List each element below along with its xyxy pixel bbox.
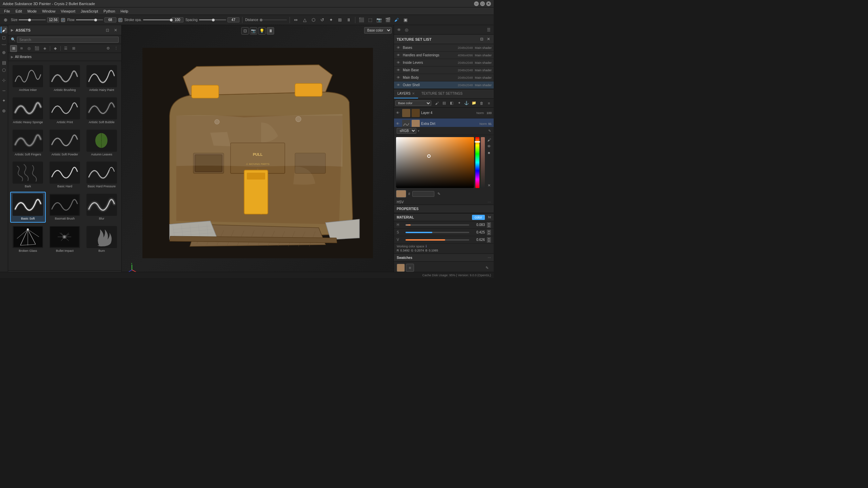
viewport[interactable]: PULL ⚠ MOVING PARTS ↓: [122, 25, 394, 278]
color-picker-eye-icon[interactable]: 👁: [486, 144, 492, 149]
fill-tool[interactable]: ▤: [1, 59, 7, 66]
tab-layers-close[interactable]: ✕: [412, 92, 415, 95]
s-step-up[interactable]: ▲: [487, 230, 491, 232]
hue-strip[interactable]: [475, 137, 479, 188]
menu-help[interactable]: Help: [118, 8, 131, 14]
clone-tool[interactable]: ⊕: [1, 49, 7, 56]
asset-basic-hard-pressure[interactable]: Basic Hard Pressure: [84, 159, 119, 190]
pause-icon[interactable]: ⏸: [346, 17, 352, 23]
render-icon[interactable]: 🎬: [384, 17, 391, 23]
color-space-edit-icon[interactable]: ✎: [488, 129, 491, 133]
channel-select[interactable]: Base color Roughness Metallic Normal: [364, 27, 392, 34]
viewport-canvas[interactable]: PULL ⚠ MOVING PARTS ↓: [122, 25, 394, 278]
layers-folder-icon[interactable]: 📁: [471, 100, 477, 107]
tsl-eye-bases[interactable]: 👁: [396, 45, 401, 50]
filter-grid-btn[interactable]: ⊞: [70, 45, 77, 52]
asset-basic-soft[interactable]: Basic Soft: [10, 192, 46, 223]
tsl-eye-inside-levers[interactable]: 👁: [396, 60, 401, 65]
h-step-up[interactable]: ▲: [487, 222, 491, 225]
asset-basic-hard[interactable]: Basic Hard: [47, 159, 83, 190]
brush-mode-icon[interactable]: ⊕: [2, 17, 9, 23]
flow-slider[interactable]: [76, 19, 103, 20]
asset-blur[interactable]: Blur: [84, 192, 119, 223]
tab-texture-set-settings[interactable]: TEXTURE SET SETTINGS: [418, 89, 466, 98]
3d-view-icon[interactable]: ⬛: [358, 17, 365, 23]
flow-checkbox[interactable]: ✓: [118, 18, 122, 22]
layers-anchor-icon[interactable]: ⚓: [463, 100, 470, 107]
filter-dots-btn[interactable]: ⋮: [113, 45, 119, 52]
assets-expand-icon[interactable]: ▶: [11, 28, 14, 32]
stencil-icon[interactable]: ⬡: [310, 17, 317, 23]
eraser-tool[interactable]: ◻: [1, 34, 7, 41]
wrap-icon[interactable]: ↺: [319, 17, 326, 23]
filter-alpha-btn[interactable]: ◎: [26, 45, 33, 52]
asset-artistic-soft-bubble[interactable]: Artistic Soft Bubble: [84, 95, 119, 126]
asset-basmati-brush[interactable]: Basmati Brush: [47, 192, 83, 223]
viewport-pause-btn[interactable]: ⏸: [267, 27, 274, 35]
v-slider[interactable]: [406, 239, 469, 241]
tsl-eye-main-base[interactable]: 👁: [396, 68, 401, 73]
menu-mode[interactable]: Mode: [25, 8, 40, 14]
s-step-down[interactable]: ▼: [487, 232, 491, 235]
asset-artistic-hairy-paint[interactable]: Artistic Hairy Paint: [84, 63, 119, 94]
layers-add-effect-icon[interactable]: ✦: [456, 100, 462, 107]
filter-texture-btn[interactable]: ⬛: [34, 45, 40, 52]
v-stepper[interactable]: ▲ ▼: [487, 237, 491, 243]
filter-stroke-btn[interactable]: ≋: [18, 45, 25, 52]
wcs-info-icon[interactable]: ℹ: [426, 244, 427, 248]
minimize-button[interactable]: ─: [474, 1, 479, 6]
tsl-row-outer-shell[interactable]: 👁 Outer Shell 2048x2048 Main shader: [394, 81, 494, 89]
layers-add-paint-icon[interactable]: 🖌: [433, 100, 440, 107]
mirror-icon[interactable]: △: [301, 17, 308, 23]
tsl-row-handles[interactable]: 👁 Handles and Fastenings 4096x4096 Main …: [394, 52, 494, 59]
size-value[interactable]: 12.56: [47, 17, 59, 22]
asset-artistic-soft-powder[interactable]: Artistic Soft Powder: [47, 128, 83, 158]
distance-slider[interactable]: [260, 19, 287, 20]
asset-artistic-print[interactable]: Artistic Print: [47, 95, 83, 126]
v-step-down[interactable]: ▼: [487, 240, 491, 243]
breadcrumb-all-libraries[interactable]: All libraries: [15, 55, 32, 59]
camera-icon[interactable]: 📷: [376, 17, 382, 23]
assets-close-icon[interactable]: ✕: [113, 27, 119, 33]
layers-settings-icon[interactable]: ≡: [486, 100, 492, 107]
asset-burn[interactable]: Burn: [84, 224, 119, 255]
material-color-btn[interactable]: color: [472, 215, 485, 220]
current-color-swatch[interactable]: [396, 190, 406, 198]
tsl-eye-main-body[interactable]: 👁: [396, 75, 401, 80]
asset-artistic-soft-fingers[interactable]: Artistic Soft Fingers: [10, 128, 46, 158]
h-slider[interactable]: [406, 224, 469, 226]
s-slider[interactable]: [406, 232, 469, 233]
color-picker-tool[interactable]: ✦: [1, 97, 7, 104]
layer-4-eye[interactable]: 👁: [396, 111, 401, 115]
tsl-eye-handles[interactable]: 👁: [396, 53, 401, 58]
s-stepper[interactable]: ▲ ▼: [487, 230, 491, 235]
blend-mode-select[interactable]: Base color Norm Add Multiply: [395, 100, 431, 106]
asset-broken-glass[interactable]: Broken Glass: [10, 224, 46, 255]
asset-artistic-brushing[interactable]: Artistic Brushing: [47, 63, 83, 94]
viewport-light-btn[interactable]: 💡: [258, 27, 266, 35]
tsl-undock-icon[interactable]: ⊡: [479, 37, 484, 42]
close-button[interactable]: ✕: [486, 1, 491, 6]
viewport-fit-btn[interactable]: ⊡: [241, 27, 249, 35]
layer-extra-dirt-eye[interactable]: 👁: [396, 122, 401, 126]
menu-edit[interactable]: Edit: [13, 8, 25, 14]
layer-row-4[interactable]: 👁 Layer 4 Norm 100: [394, 108, 494, 118]
search-input[interactable]: [17, 37, 119, 43]
symmetry-icon[interactable]: ⇔: [293, 17, 299, 23]
stroke-opacity-value[interactable]: 100: [172, 17, 183, 22]
tsl-eye-outer-shell[interactable]: 👁: [396, 83, 401, 88]
layers-add-mask-icon[interactable]: ◧: [448, 100, 455, 107]
navigator-tool[interactable]: ⊕: [1, 107, 7, 114]
color-picker-close-icon[interactable]: ✕: [486, 183, 492, 188]
saturation-value-field[interactable]: [396, 137, 474, 188]
polygon-fill-tool[interactable]: ⬡: [1, 67, 7, 73]
lazy-mouse-icon[interactable]: ✦: [328, 17, 335, 23]
alpha-strip[interactable]: [481, 137, 485, 188]
flow-value[interactable]: 68: [104, 17, 116, 22]
smudge-tool[interactable]: 〰: [1, 41, 7, 48]
h-step-down[interactable]: ▼: [487, 225, 491, 228]
visibility-icon[interactable]: 👁: [396, 27, 402, 33]
tsl-close-icon[interactable]: ✕: [486, 37, 491, 42]
preview-icon[interactable]: ◎: [403, 27, 410, 33]
swatch-add-btn[interactable]: +: [406, 264, 414, 272]
